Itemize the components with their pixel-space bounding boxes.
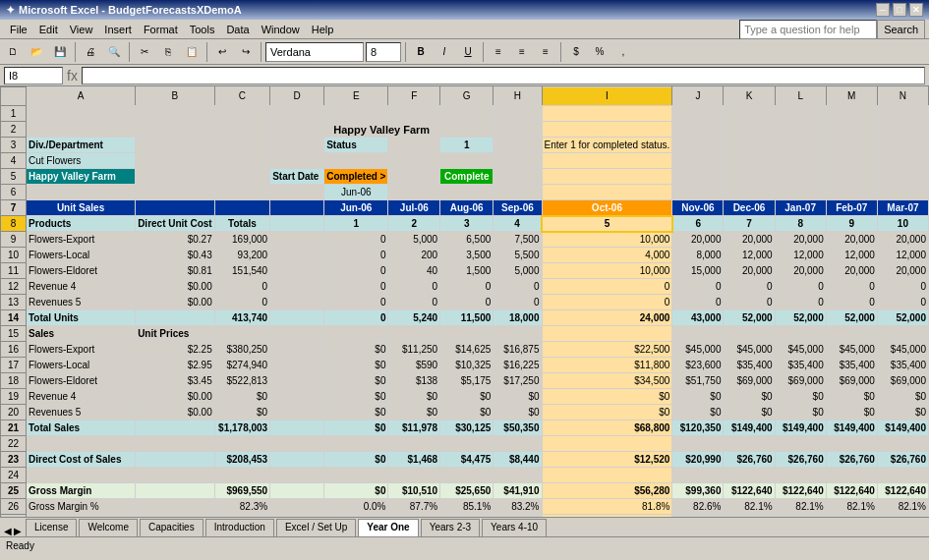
sheet-tab-year-one[interactable]: Year One bbox=[358, 519, 418, 536]
sheet-tab-years-2-3[interactable]: Years 2-3 bbox=[421, 519, 480, 536]
col-header-J[interactable]: J bbox=[672, 87, 724, 106]
col-header-B[interactable]: B bbox=[136, 87, 215, 106]
open-button[interactable]: 📂 bbox=[26, 41, 47, 63]
align-center-button[interactable]: ≡ bbox=[511, 41, 533, 63]
table-row: 21 Total Sales $1,178,003 $0 $11,978 $30… bbox=[1, 420, 929, 436]
sheet-tab-setup[interactable]: Excel / Set Up bbox=[276, 519, 356, 536]
table-row: 18 Flowers-Eldoret $3.45 $522,813 $0 $13… bbox=[1, 373, 929, 389]
table-row: 5 Happy Valley Farm Start Date Completed… bbox=[1, 169, 929, 185]
sheet-tab-license[interactable]: License bbox=[26, 519, 77, 536]
maximize-button[interactable]: □ bbox=[893, 3, 906, 17]
table-row: 19 Revenue 4 $0.00 $0 $0 $0 $0 $0 $0 $0 … bbox=[1, 389, 929, 405]
save-button[interactable]: 💾 bbox=[49, 41, 71, 63]
table-row: 1 bbox=[1, 106, 929, 122]
tab-scroll-left[interactable]: ◀ bbox=[4, 526, 12, 536]
paste-button[interactable]: 📋 bbox=[181, 41, 203, 63]
menu-bar: File Edit View Insert Format Tools Data … bbox=[0, 20, 929, 39]
sheet-tab-years-4-10[interactable]: Years 4-10 bbox=[482, 519, 547, 536]
table-row: 13 Revenues 5 $0.00 0 0 0 0 0 0 0 0 0 0 … bbox=[1, 295, 929, 310]
spreadsheet-area: A B C D E F G H I J K L M N bbox=[0, 86, 929, 517]
sheet-tab-introduction[interactable]: Introduction bbox=[205, 519, 274, 536]
toolbar-sep-6 bbox=[483, 42, 484, 62]
toolbar-sep-7 bbox=[560, 42, 561, 62]
menu-file[interactable]: File bbox=[4, 22, 33, 37]
toolbar-sep-3 bbox=[206, 42, 207, 62]
toolbar-sep-4 bbox=[261, 42, 261, 62]
bold-button[interactable]: B bbox=[410, 41, 432, 63]
minimize-button[interactable]: ─ bbox=[876, 3, 890, 17]
table-row: 9 Flowers-Export $0.27 169,000 0 5,000 6… bbox=[1, 232, 929, 248]
col-header-K[interactable]: K bbox=[724, 87, 775, 106]
help-search-button[interactable]: Search bbox=[877, 20, 925, 39]
col-header-N[interactable]: N bbox=[877, 87, 928, 106]
table-row: 16 Flowers-Export $2.25 $380,250 $0 $11,… bbox=[1, 342, 929, 358]
excel-app-icon: ✦ bbox=[6, 4, 15, 17]
font-selector[interactable] bbox=[265, 42, 364, 62]
formula-bar-separator: fx bbox=[67, 68, 78, 84]
help-search-input[interactable] bbox=[739, 20, 877, 39]
corner-cell bbox=[1, 87, 27, 106]
table-row: 20 Revenues 5 $0.00 $0 $0 $0 $0 $0 $0 $0… bbox=[1, 405, 929, 420]
cut-button[interactable]: ✂ bbox=[134, 41, 155, 63]
title-bar: ✦ Microsoft Excel - BudgetForecastsXDemo… bbox=[0, 0, 929, 20]
name-box[interactable] bbox=[4, 67, 63, 84]
col-header-row: A B C D E F G H I J K L M N bbox=[1, 87, 929, 106]
percent-button[interactable]: % bbox=[589, 41, 610, 63]
new-button[interactable]: 🗋 bbox=[2, 41, 24, 63]
close-button[interactable]: ✕ bbox=[909, 3, 923, 17]
undo-button[interactable]: ↩ bbox=[211, 41, 233, 63]
formula-bar: fx bbox=[0, 65, 929, 86]
table-row: 6 Jun-06 bbox=[1, 185, 929, 200]
table-row: 8 Products Direct Unit Cost Totals 1 2 3… bbox=[1, 216, 929, 232]
col-header-E[interactable]: E bbox=[324, 87, 388, 106]
table-row: 7 Unit Sales Jun-06 Jul-06 Aug-06 Sep-06… bbox=[1, 200, 929, 216]
tab-scroll-right[interactable]: ▶ bbox=[14, 526, 22, 536]
title-bar-controls: ─ □ ✕ bbox=[876, 3, 923, 17]
menu-format[interactable]: Format bbox=[138, 22, 184, 37]
menu-data[interactable]: Data bbox=[220, 22, 255, 37]
print-button[interactable]: 🖨 bbox=[80, 41, 101, 63]
underline-button[interactable]: U bbox=[457, 41, 479, 63]
align-right-button[interactable]: ≡ bbox=[535, 41, 556, 63]
print-preview-button[interactable]: 🔍 bbox=[103, 41, 125, 63]
sheet-tab-capacities[interactable]: Capacities bbox=[140, 519, 203, 536]
toolbar-sep-1 bbox=[75, 42, 76, 62]
col-header-A[interactable]: A bbox=[27, 87, 136, 106]
col-header-I[interactable]: I bbox=[542, 87, 672, 106]
table-row: 12 Revenue 4 $0.00 0 0 0 0 0 0 0 0 0 0 0 bbox=[1, 279, 929, 295]
menu-insert[interactable]: Insert bbox=[98, 22, 138, 37]
table-row: 23 Direct Cost of Sales $208,453 $0 $1,4… bbox=[1, 452, 929, 468]
status-text: Ready bbox=[6, 540, 34, 551]
align-left-button[interactable]: ≡ bbox=[488, 41, 509, 63]
col-header-L[interactable]: L bbox=[775, 87, 826, 106]
table-row: 3 Div./Department Status 1 Enter 1 for c… bbox=[1, 138, 929, 153]
comma-button[interactable]: , bbox=[612, 41, 634, 63]
toolbar-sep-2 bbox=[129, 42, 130, 62]
italic-button[interactable]: I bbox=[434, 41, 455, 63]
col-header-M[interactable]: M bbox=[826, 87, 877, 106]
redo-button[interactable]: ↪ bbox=[235, 41, 257, 63]
currency-button[interactable]: $ bbox=[565, 41, 587, 63]
font-size-selector[interactable] bbox=[366, 42, 401, 62]
menu-tools[interactable]: Tools bbox=[184, 22, 221, 37]
col-header-D[interactable]: D bbox=[270, 87, 324, 106]
spreadsheet-table: A B C D E F G H I J K L M N bbox=[0, 86, 929, 517]
table-row: 26 Gross Margin % 82.3% 0.0% 87.7% 85.1%… bbox=[1, 499, 929, 515]
copy-button[interactable]: ⎘ bbox=[157, 41, 179, 63]
menu-view[interactable]: View bbox=[64, 22, 99, 37]
menu-help[interactable]: Help bbox=[306, 22, 340, 37]
sheet-tab-welcome[interactable]: Welcome bbox=[79, 519, 138, 536]
grid-container[interactable]: A B C D E F G H I J K L M N bbox=[0, 86, 929, 517]
table-row: 27 bbox=[1, 515, 929, 518]
col-header-F[interactable]: F bbox=[388, 87, 440, 106]
formula-input[interactable] bbox=[82, 67, 925, 84]
col-header-H[interactable]: H bbox=[494, 87, 542, 106]
toolbar-sep-5 bbox=[405, 42, 406, 62]
table-row: 17 Flowers-Local $2.95 $274,940 $0 $590 … bbox=[1, 358, 929, 373]
table-row: 15 Sales Unit Prices bbox=[1, 326, 929, 342]
col-header-C[interactable]: C bbox=[214, 87, 269, 106]
menu-edit[interactable]: Edit bbox=[33, 22, 64, 37]
col-header-G[interactable]: G bbox=[440, 87, 494, 106]
menu-window[interactable]: Window bbox=[256, 22, 306, 37]
table-row: 14 Total Units 413,740 0 5,240 11,500 18… bbox=[1, 310, 929, 326]
